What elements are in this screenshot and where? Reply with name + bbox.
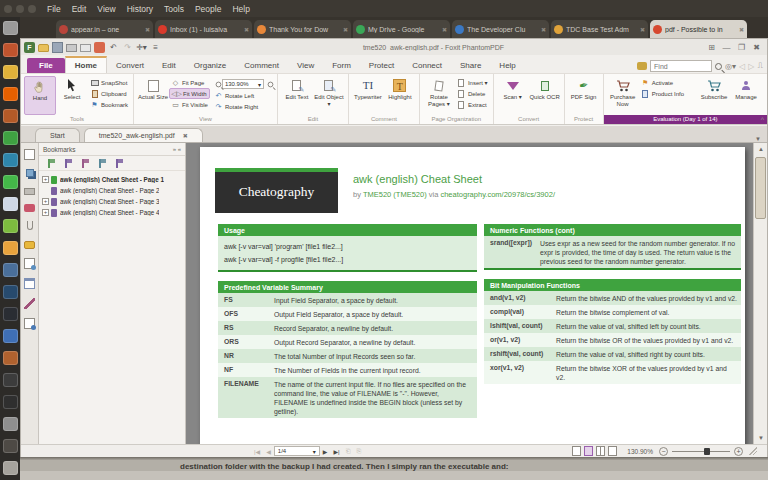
resize-grip[interactable] [749,447,757,455]
bookmark-item[interactable]: +awk (english) Cheat Sheet - Page 4 [41,207,183,218]
scan-button[interactable]: Scan ▾ [497,76,529,115]
ribbon-tab-connect[interactable]: Connect [403,58,451,73]
app-darkblue-icon[interactable] [3,285,18,299]
find-binoculars-icon[interactable] [637,62,647,70]
zoom-out-icon[interactable] [216,81,222,87]
browser-tab[interactable]: Thank You for Dow✖ [254,20,351,38]
impress-doc-icon[interactable] [3,241,18,255]
destinations-icon[interactable] [24,258,35,269]
menu-item-history[interactable]: History [127,4,153,14]
fields-panel-icon[interactable] [24,278,35,289]
bookmark-options-icon[interactable] [98,159,106,168]
edit-object-button[interactable]: Edit Object ▾ [313,76,345,115]
single-page-view-icon[interactable] [572,446,581,456]
print-icon[interactable] [66,44,77,52]
ribbon-tab-home[interactable]: Home [65,56,107,73]
bookmark-item[interactable]: +awk (english) Cheat Sheet - Page 1 [41,174,183,185]
find-options-icon[interactable]: ◎▾ [725,62,736,71]
close-tab-icon[interactable]: ✖ [541,26,546,33]
writer-doc-icon[interactable] [3,197,18,211]
document-canvas[interactable]: Cheatography awk (english) Cheat Sheet b… [186,143,767,444]
extract-button[interactable]: Extract [455,99,490,110]
open-icon[interactable] [38,44,49,52]
save-icon[interactable] [52,42,63,53]
clipboard-icon[interactable] [94,42,105,53]
files-icon[interactable] [3,43,18,57]
expand-bookmark-icon[interactable] [47,159,55,168]
ribbon-tab-edit[interactable]: Edit [153,58,185,73]
chrome-icon[interactable] [3,65,18,79]
fit-visible-button[interactable]: ▭ Fit Visible [169,99,210,110]
browser-tab[interactable]: The Developer Clu✖ [452,20,549,38]
redo-icon[interactable]: ↷ [122,42,133,53]
scrollbar-thumb[interactable] [755,157,766,219]
window-dot-icon[interactable] [16,5,24,13]
scroll-up-icon[interactable]: ▲ [754,143,767,155]
prev-page-icon[interactable]: ◀ [266,448,271,455]
menu-item-help[interactable]: Help [232,4,249,14]
rotate-right-button[interactable]: ↷ Rotate Right [212,101,274,112]
scroll-down-icon[interactable]: ▼ [754,432,767,444]
bookmark-item[interactable]: awk (english) Cheat Sheet - Page 2 [41,185,183,196]
image-dark-icon[interactable] [3,439,18,453]
rotate-left-button[interactable]: ↶ Rotate Left [212,90,274,101]
pdf-sign-button[interactable]: ✒ PDF Sign [568,76,600,115]
search-icon[interactable] [715,63,722,70]
ribbon-tab-organize[interactable]: Organize [185,58,235,73]
minimize-icon[interactable]: — [720,42,733,53]
ribbon-tab-file[interactable]: File [27,58,65,73]
menu-item-people[interactable]: People [195,4,221,14]
terminal-icon[interactable] [3,109,18,123]
insert-button[interactable]: Insert ▾ [455,77,490,88]
screenshot-1-icon[interactable] [3,417,18,431]
ribbon-tab-view[interactable]: View [288,58,323,73]
author-link[interactable]: TME520 (TME520) [363,190,427,199]
stamps-icon[interactable] [24,318,35,329]
email-icon[interactable] [80,44,91,52]
last-page-icon[interactable]: ▶| [333,448,339,455]
firefox-icon[interactable] [3,87,18,101]
page-thumbnails-icon[interactable] [24,149,35,160]
find-next-icon[interactable]: ▷ [748,62,754,71]
hand-tool-dropdown-icon[interactable]: ✛▾ [136,42,147,53]
ribbon-tab-protect[interactable]: Protect [360,58,403,73]
app-dark-icon[interactable] [3,395,18,409]
bookmark-item[interactable]: +awk (english) Cheat Sheet - Page 3 [41,196,183,207]
comments-icon[interactable] [24,204,35,212]
collapse-ribbon-icon[interactable]: ^ [761,116,764,123]
zoom-slider-thumb[interactable] [704,448,710,455]
menu-item-view[interactable]: View [97,4,115,14]
hand-button[interactable]: Hand [24,76,56,115]
customize-toolbar-icon[interactable]: ≡ [150,42,161,53]
purchase-now-button[interactable]: Purchase Now [607,76,639,115]
bookmarks-panel-icon[interactable] [26,169,34,177]
browser-tab[interactable]: appear.in – one✖ [56,20,153,38]
ribbon-tab-help[interactable]: Help [490,58,524,73]
close-tab-icon[interactable]: ✖ [244,26,249,33]
snapshot-button[interactable]: SnapShot [88,77,130,88]
reading-mode-icon[interactable]: ⎍ [757,61,763,71]
expand-icon[interactable]: + [42,198,49,205]
continuous-facing-view-icon[interactable] [608,446,617,456]
close-tab-icon[interactable]: ✖ [183,132,188,139]
browser-blue-icon[interactable] [3,329,18,343]
camera-dark-icon[interactable] [3,373,18,387]
tab-list-dropdown-icon[interactable]: ▼ [755,136,761,142]
window-dot-icon[interactable] [4,5,12,13]
find-input[interactable] [650,60,712,72]
web-green-icon[interactable] [3,131,18,145]
ribbon-tab-comment[interactable]: Comment [235,58,288,73]
attachments-icon[interactable] [27,221,33,230]
clipboard-button[interactable]: Clipboard [88,88,130,99]
facing-view-icon[interactable] [596,446,605,456]
page-number-input[interactable]: 1/4 ▾ [274,446,320,456]
find-prev-icon[interactable]: ◁ [739,62,745,71]
expand-icon[interactable]: + [42,209,49,216]
browser-tab[interactable]: My Drive - Google✖ [353,20,450,38]
app-mask-icon[interactable] [3,263,18,277]
fit-page-button[interactable]: ◇ Fit Page [169,77,210,88]
undo-icon[interactable]: ↶ [108,42,119,53]
prev-view-icon[interactable]: ⎗ [346,448,351,455]
app-logo-icon[interactable]: F [24,42,35,53]
new-bookmark-icon[interactable] [64,159,72,168]
